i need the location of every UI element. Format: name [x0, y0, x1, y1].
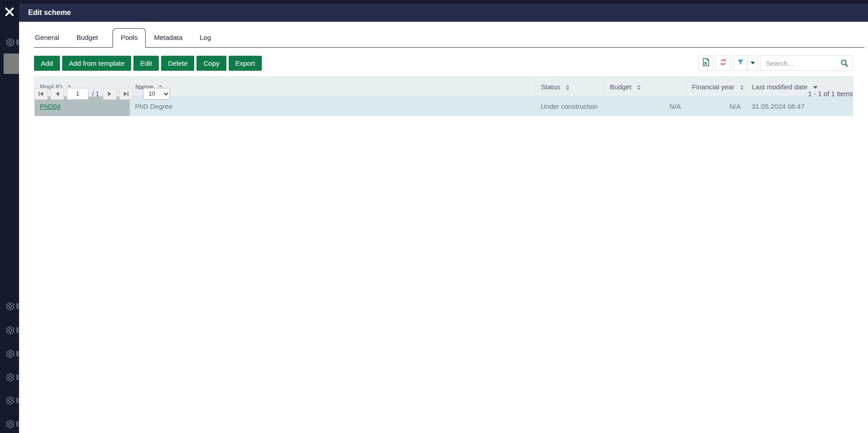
- cube-icon[interactable]: [5, 373, 15, 382]
- search-box: [760, 55, 853, 71]
- name-cell: PhD Degree: [130, 97, 535, 116]
- excel-export-icon: [701, 58, 710, 68]
- delete-button[interactable]: Delete: [161, 56, 194, 71]
- budget-cell: N/A: [604, 97, 687, 116]
- column-header-financial-year[interactable]: Financial year: [687, 77, 746, 97]
- previous-page-button[interactable]: [50, 88, 64, 100]
- sort-icon: [637, 85, 641, 90]
- close-icon[interactable]: [4, 6, 15, 18]
- filter-dropdown-button[interactable]: [748, 56, 758, 70]
- last-modified-date-cell: 31.05.2024 06:47: [746, 97, 853, 116]
- cube-icon[interactable]: [5, 38, 15, 47]
- tab-metadata[interactable]: Metadata: [153, 29, 183, 47]
- export-button[interactable]: Export: [229, 56, 262, 71]
- sidebar-selected-item: [4, 54, 19, 74]
- sort-desc-icon: [813, 86, 818, 89]
- sort-icon: [740, 85, 744, 90]
- refresh-button[interactable]: [716, 55, 731, 71]
- items-count-label: 1 - 1 of 1 items: [808, 90, 853, 97]
- filter-split-button: [733, 55, 758, 71]
- nav-label-fragment: [16, 327, 19, 333]
- modal-titlebar: Edit scheme: [19, 4, 868, 22]
- caret-down-icon: [750, 62, 755, 64]
- nav-label-fragment: [16, 303, 19, 309]
- nav-label-fragment: [16, 421, 19, 427]
- filter-button[interactable]: [733, 56, 748, 70]
- first-page-icon: [39, 92, 39, 96]
- excel-export-button[interactable]: [698, 55, 713, 71]
- tab-bar: General Budget Pools Metadata Log: [34, 28, 864, 48]
- pool-id-link[interactable]: PhD04: [40, 102, 61, 110]
- add-from-template-button[interactable]: Add from template: [62, 56, 132, 71]
- cube-icon[interactable]: [5, 326, 15, 335]
- first-page-button[interactable]: [34, 88, 48, 100]
- nav-label-fragment: [16, 375, 19, 380]
- cube-icon[interactable]: [5, 349, 15, 359]
- sort-icon: [566, 85, 569, 90]
- pagination: / 1 10: [34, 88, 170, 100]
- nav-label-fragment: [16, 398, 19, 403]
- left-sidebar: [0, 0, 19, 433]
- modal-title: Edit scheme: [28, 9, 71, 17]
- search-input[interactable]: [760, 55, 853, 71]
- cube-icon[interactable]: [5, 302, 15, 311]
- previous-page-icon: [56, 92, 59, 96]
- last-page-icon: [124, 92, 127, 96]
- edit-button[interactable]: Edit: [133, 56, 159, 71]
- cube-icon[interactable]: [5, 396, 15, 405]
- page-count-label: / 1: [92, 90, 99, 97]
- edit-scheme-modal: Edit scheme General Budget Pools Metadat…: [19, 4, 868, 433]
- last-page-button[interactable]: [119, 88, 133, 100]
- page-size-select[interactable]: 10: [143, 88, 170, 100]
- nav-label-fragment: [16, 351, 19, 356]
- financial-year-cell: N/A: [687, 97, 746, 116]
- refresh-icon: [719, 58, 728, 68]
- tab-budget[interactable]: Budget: [75, 29, 99, 47]
- page-number-input[interactable]: [67, 88, 88, 100]
- copy-button[interactable]: Copy: [196, 56, 226, 71]
- pools-toolbar: Add Add from template Edit Delete Copy E…: [34, 55, 853, 71]
- tab-general[interactable]: General: [34, 29, 60, 47]
- add-button[interactable]: Add: [34, 56, 60, 71]
- cube-icon[interactable]: [5, 419, 15, 429]
- search-icon[interactable]: [840, 58, 849, 69]
- nav-label-fragment: [16, 39, 19, 45]
- filter-icon: [736, 58, 745, 68]
- tab-log[interactable]: Log: [199, 29, 212, 47]
- column-header-status[interactable]: Status: [535, 77, 604, 97]
- tab-pools[interactable]: Pools: [113, 28, 146, 48]
- column-header-budget[interactable]: Budget: [604, 77, 687, 97]
- next-page-button[interactable]: [103, 88, 117, 100]
- next-page-icon: [108, 92, 111, 96]
- status-cell: Under construction: [535, 97, 604, 116]
- column-header-name[interactable]: Name: [130, 77, 535, 97]
